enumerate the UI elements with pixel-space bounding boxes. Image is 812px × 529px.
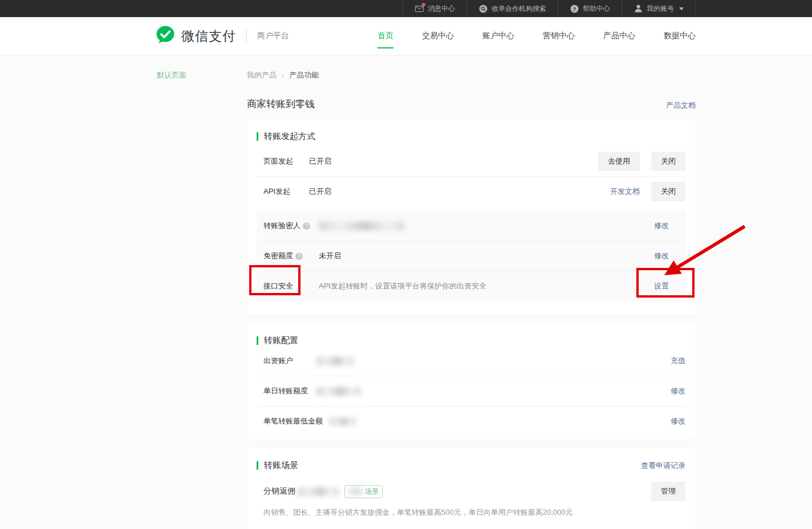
green-bar bbox=[257, 461, 258, 470]
user-icon bbox=[634, 4, 643, 13]
nav-tab-account[interactable]: 账户中心 bbox=[482, 17, 514, 55]
row-label: 单日转账额度 bbox=[263, 386, 316, 396]
scene-description: 向销售、团长、主播等分销方发放佣金，单笔转账最高500元，单日向单用户转账最高2… bbox=[247, 506, 696, 518]
security-settings-link[interactable]: 设置 bbox=[654, 281, 669, 291]
main-panel: 我的产品 › 产品功能 商家转账到零钱 产品文档 转账发起方式 页面发起 已开启… bbox=[247, 55, 696, 529]
go-use-button[interactable]: 去使用 bbox=[598, 152, 640, 171]
help-question-icon[interactable]: ? bbox=[295, 253, 303, 260]
topbar-message-center[interactable]: 消息中心 bbox=[403, 0, 466, 17]
product-doc-link[interactable]: 产品文档 bbox=[666, 100, 696, 111]
nav-tab-transactions[interactable]: 交易中心 bbox=[422, 17, 454, 55]
row-label: 转账验密人 bbox=[263, 221, 301, 231]
row-label: API发起 bbox=[263, 186, 309, 197]
topbar-item-label: 帮助中心 bbox=[583, 4, 610, 14]
topbar-my-account[interactable]: 我的账号 bbox=[622, 0, 696, 17]
modify-free-limit-link[interactable]: 修改 bbox=[654, 251, 669, 261]
recharge-link[interactable]: 充值 bbox=[671, 356, 685, 366]
row-label: 页面发起 bbox=[263, 156, 309, 166]
main-nav: 首页 交易中心 账户中心 营销中心 产品中心 数据中心 bbox=[377, 17, 696, 55]
blurred-tag-prefix bbox=[348, 488, 363, 495]
wechat-pay-logo-icon bbox=[155, 25, 176, 47]
mail-icon bbox=[415, 4, 424, 13]
transfer-scene-card: 转账场景 查看申请记录 分销返佣 场景 管理 向销售、团长、主播等分销方发放佣金… bbox=[247, 447, 696, 529]
breadcrumb: 我的产品 › 产品功能 bbox=[247, 70, 696, 80]
row-label: 单笔转账最低金额 bbox=[263, 416, 323, 426]
section-title-transfer-scene: 转账场景 bbox=[257, 460, 298, 471]
breadcrumb-chevron-icon: › bbox=[282, 71, 284, 80]
modify-daily-limit-link[interactable]: 修改 bbox=[671, 386, 685, 396]
row-status: 已开启 bbox=[309, 156, 331, 166]
row-status: 已开启 bbox=[309, 186, 331, 197]
scene-tag: 场景 bbox=[344, 485, 383, 498]
api-initiate-row: API发起 已开启 开发文档 关闭 bbox=[247, 177, 696, 206]
transfer-method-card: 转账发起方式 页面发起 已开启 去使用 关闭 API发起 已开启 开发文档 关闭 bbox=[247, 119, 696, 315]
security-description: API发起转账时，设置该项平台将保护你的出资安全 bbox=[319, 281, 486, 291]
breadcrumb-product-features: 产品功能 bbox=[289, 70, 319, 80]
topbar-help-center[interactable]: ? 帮助中心 bbox=[558, 0, 622, 17]
nav-tab-products[interactable]: 产品中心 bbox=[603, 17, 635, 55]
free-limit-row: 免密额度 ? 未开启 修改 bbox=[257, 241, 686, 271]
topbar-item-label: 我的账号 bbox=[647, 4, 674, 14]
dev-doc-link[interactable]: 开发文档 bbox=[610, 186, 640, 197]
row-status: 未开启 bbox=[319, 251, 341, 261]
section-title-transfer-config: 转账配置 bbox=[257, 335, 298, 346]
notification-dot bbox=[422, 3, 425, 6]
blurred-daily-limit-value bbox=[316, 387, 361, 396]
content: 默认页面 我的产品 › 产品功能 商家转账到零钱 产品文档 转账发起方式 页面发… bbox=[0, 55, 812, 529]
view-records-link[interactable]: 查看申请记录 bbox=[641, 461, 685, 471]
sidebar-item-default-page[interactable]: 默认页面 bbox=[157, 70, 247, 80]
svg-text:?: ? bbox=[573, 6, 576, 12]
row-label: 免密额度 bbox=[263, 251, 293, 261]
topbar-item-label: 消息中心 bbox=[428, 4, 455, 14]
topbar-acquiring-search[interactable]: 收单合作机构搜索 bbox=[466, 0, 558, 17]
scene-name: 分销返佣 bbox=[263, 486, 295, 497]
page-initiate-row: 页面发起 已开启 去使用 关闭 bbox=[247, 147, 696, 176]
nav-tab-home[interactable]: 首页 bbox=[377, 17, 393, 55]
chevron-down-icon bbox=[679, 7, 684, 10]
help-icon: ? bbox=[570, 4, 579, 13]
topbar: 消息中心 收单合作机构搜索 ? 帮助中心 我的账号 bbox=[0, 0, 812, 17]
topbar-item-label: 收单合作机构搜索 bbox=[492, 4, 546, 14]
header: 微信支付 商户平台 首页 交易中心 账户中心 营销中心 产品中心 数据中心 bbox=[0, 17, 812, 55]
brand-separator bbox=[246, 30, 247, 42]
modify-min-amount-link[interactable]: 修改 bbox=[671, 416, 685, 426]
row-label: 接口安全 bbox=[263, 281, 293, 291]
close-page-initiate-button[interactable]: 关闭 bbox=[651, 152, 685, 171]
funding-account-row: 出资账户 充值 bbox=[247, 346, 696, 376]
daily-limit-row: 单日转账额度 修改 bbox=[247, 376, 696, 406]
blurred-min-amount-value bbox=[330, 417, 356, 426]
page-title: 商家转账到零钱 bbox=[247, 97, 315, 111]
nav-tab-data[interactable]: 数据中心 bbox=[664, 17, 696, 55]
search-icon bbox=[478, 4, 488, 13]
title-row: 商家转账到零钱 产品文档 bbox=[247, 97, 696, 111]
section-title-transfer-method: 转账发起方式 bbox=[257, 131, 315, 142]
blurred-scene-value bbox=[298, 487, 339, 496]
verifier-row: 转账验密人 ? 修改 bbox=[257, 211, 686, 241]
sidebar: 默认页面 bbox=[0, 55, 247, 529]
blurred-account-value bbox=[316, 357, 354, 365]
modify-verifier-link[interactable]: 修改 bbox=[654, 221, 669, 231]
transfer-config-card: 转账配置 出资账户 充值 单日转账额度 修改 单笔转账最低金额 bbox=[247, 323, 696, 440]
help-question-icon[interactable]: ? bbox=[303, 222, 310, 230]
brand[interactable]: 微信支付 bbox=[155, 25, 236, 47]
api-settings-panel: 转账验密人 ? 修改 免密额度 ? 未开启 修改 bbox=[257, 211, 686, 301]
min-amount-row: 单笔转账最低金额 修改 bbox=[247, 406, 696, 436]
nav-tab-marketing[interactable]: 营销中心 bbox=[543, 17, 575, 55]
blurred-verifier-value bbox=[319, 222, 404, 230]
brand-name: 微信支付 bbox=[181, 27, 236, 45]
green-bar bbox=[257, 336, 258, 345]
close-api-initiate-button[interactable]: 关闭 bbox=[651, 182, 685, 201]
portal-label: 商户平台 bbox=[257, 31, 289, 41]
breadcrumb-my-products[interactable]: 我的产品 bbox=[247, 70, 277, 80]
distribution-scene-row: 分销返佣 场景 管理 bbox=[247, 477, 696, 506]
green-bar bbox=[257, 132, 258, 141]
row-label: 出资账户 bbox=[263, 356, 316, 366]
manage-scene-button[interactable]: 管理 bbox=[651, 482, 685, 501]
api-security-row: 接口安全 API发起转账时，设置该项平台将保护你的出资安全 设置 bbox=[257, 271, 686, 301]
